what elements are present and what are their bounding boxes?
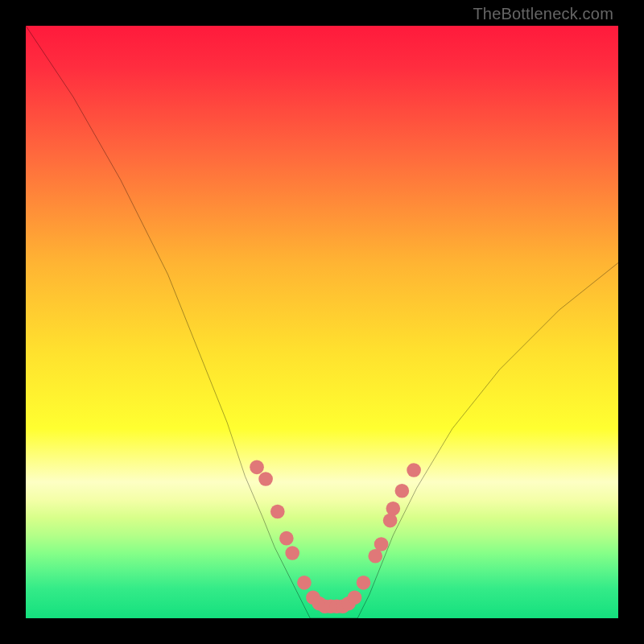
marker-point [395, 484, 410, 498]
marker-point [386, 502, 400, 516]
marker-point [250, 460, 264, 474]
marker-points-group [250, 460, 421, 613]
marker-point [383, 514, 398, 528]
line-series-group [26, 26, 618, 618]
marker-point [407, 463, 421, 477]
chart-svg [26, 26, 618, 618]
marker-point [297, 576, 312, 590]
marker-point [285, 546, 299, 560]
marker-point [348, 590, 362, 605]
marker-point [374, 537, 389, 551]
marker-point [258, 472, 273, 486]
marker-point [279, 531, 294, 546]
plot-area [26, 26, 618, 618]
watermark-text: TheBottleneck.com [473, 5, 613, 23]
marker-point [357, 576, 371, 590]
series-left-curve [26, 26, 310, 618]
series-right-curve [357, 262, 618, 618]
marker-point [270, 505, 285, 519]
chart-frame: TheBottleneck.com [0, 0, 644, 644]
